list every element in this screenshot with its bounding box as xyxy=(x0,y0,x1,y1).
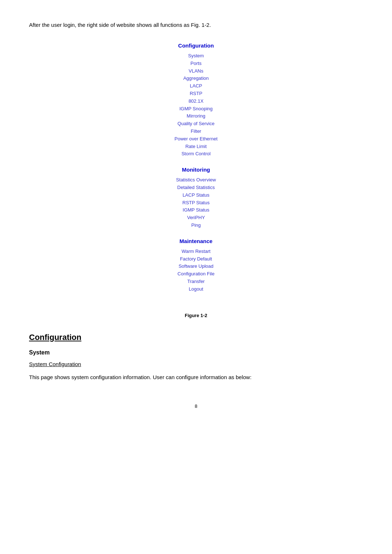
list-item[interactable]: Configuration File xyxy=(156,270,236,278)
list-item[interactable]: Rate Limit xyxy=(156,143,236,151)
configuration-list: System Ports VLANs Aggregation LACP RSTP… xyxy=(156,52,236,158)
maintenance-heading: Maintenance xyxy=(156,238,236,244)
system-configuration-link[interactable]: System Configuration xyxy=(29,361,363,367)
list-item[interactable]: Quality of Service xyxy=(156,120,236,128)
list-item[interactable]: IGMP Snooping xyxy=(156,105,236,113)
list-item[interactable]: Mirroring xyxy=(156,112,236,120)
page-number: 8 xyxy=(29,403,363,409)
figure-caption: Figure 1-2 xyxy=(185,313,207,318)
maintenance-list: Warm Restart Factory Default Software Up… xyxy=(156,248,236,293)
list-item[interactable]: Storm Control xyxy=(156,150,236,158)
monitoring-list: Statistics Overview Detailed Statistics … xyxy=(156,176,236,229)
configuration-heading: Configuration xyxy=(156,42,236,49)
figure-container: Configuration System Ports VLANs Aggrega… xyxy=(29,42,363,318)
list-item[interactable]: Power over Ethernet xyxy=(156,135,236,143)
list-item[interactable]: 802.1X xyxy=(156,98,236,105)
configuration-section: Configuration System Ports VLANs Aggrega… xyxy=(156,42,236,158)
monitoring-heading: Monitoring xyxy=(156,167,236,173)
config-section: Configuration System System Configuratio… xyxy=(29,333,363,382)
list-item[interactable]: LACP xyxy=(156,82,236,90)
list-item[interactable]: RSTP xyxy=(156,90,236,98)
maintenance-section: Maintenance Warm Restart Factory Default… xyxy=(156,238,236,293)
list-item[interactable]: Warm Restart xyxy=(156,248,236,255)
list-item[interactable]: Factory Default xyxy=(156,255,236,263)
list-item[interactable]: LACP Status xyxy=(156,192,236,199)
list-item[interactable]: Transfer xyxy=(156,278,236,286)
monitoring-section: Monitoring Statistics Overview Detailed … xyxy=(156,167,236,229)
list-item[interactable]: System xyxy=(156,52,236,60)
config-body-text: This page shows system configuration inf… xyxy=(29,373,283,382)
list-item[interactable]: Aggregation xyxy=(156,75,236,82)
list-item[interactable]: VLANs xyxy=(156,67,236,75)
list-item[interactable]: IGMP Status xyxy=(156,206,236,214)
config-main-title: Configuration xyxy=(29,333,363,342)
list-item[interactable]: Logout xyxy=(156,286,236,293)
list-item[interactable]: Ping xyxy=(156,222,236,229)
list-item[interactable]: Filter xyxy=(156,128,236,135)
menu-box: Configuration System Ports VLANs Aggrega… xyxy=(156,42,236,302)
config-sub-title: System xyxy=(29,349,363,356)
list-item[interactable]: RSTP Status xyxy=(156,199,236,207)
list-item[interactable]: Statistics Overview xyxy=(156,176,236,184)
list-item[interactable]: Ports xyxy=(156,60,236,67)
list-item[interactable]: Software Upload xyxy=(156,263,236,270)
intro-paragraph: After the user login, the right side of … xyxy=(29,22,363,28)
list-item[interactable]: Detailed Statistics xyxy=(156,184,236,192)
list-item[interactable]: VeriPHY xyxy=(156,214,236,222)
